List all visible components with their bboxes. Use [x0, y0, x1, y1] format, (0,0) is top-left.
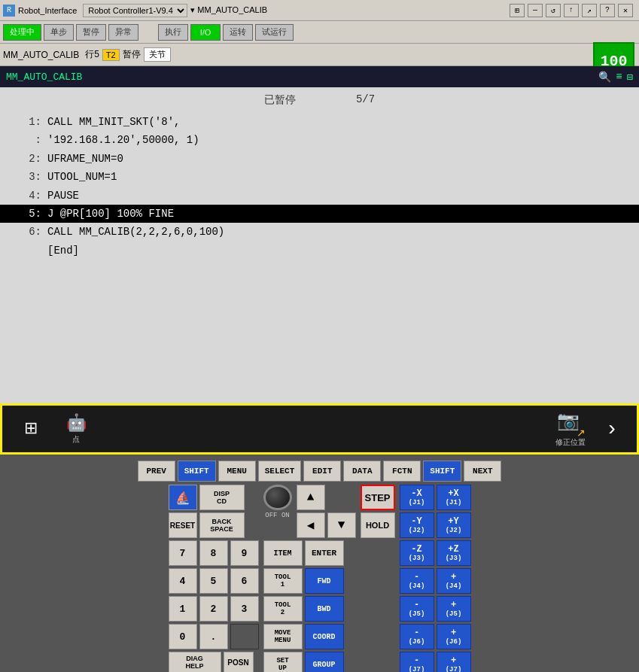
key-edit[interactable]: EDIT	[303, 461, 341, 482]
status-trial[interactable]: 试运行	[255, 24, 294, 41]
toolbar-grid-btn[interactable]: ⊞	[510, 4, 525, 17]
key-arrow-up[interactable]: ▲	[297, 485, 325, 510]
key-coord[interactable]: COORD	[305, 624, 344, 649]
status-execute[interactable]: 执行	[158, 24, 188, 41]
key-item[interactable]: ITEM	[263, 540, 303, 566]
key-diag-help[interactable]: DIAGHELP	[169, 652, 221, 672]
key-minus-j1[interactable]: -X (J1)	[400, 485, 434, 510]
controller-select[interactable]: Robot Controller1-V9.4	[83, 4, 187, 17]
toolbar-next-arrow[interactable]: ›	[593, 418, 631, 441]
key-select[interactable]: SELECT	[258, 461, 302, 482]
key-plus-j4[interactable]: + (J4)	[437, 568, 471, 594]
code-panel-icons: 🔍 ≡ ⊟	[598, 71, 633, 84]
key-arrow-down[interactable]: ▼	[327, 512, 356, 538]
code-line-4[interactable]: 4: PAUSE	[0, 187, 639, 205]
key-plus-j1[interactable]: +X (J1)	[437, 485, 471, 510]
kb-row-movemenu-coord: MOVEMENU COORD	[263, 624, 395, 649]
code-line-6[interactable]: 6: CALL MM_CALIB(2,2,2,6,0,100)	[0, 223, 639, 241]
statusbar2: MM_AUTO_CALIB 行5 T2 暂停 关节	[0, 44, 639, 66]
status-run[interactable]: 运转	[223, 24, 253, 41]
key-plus-j3[interactable]: +Z (J3)	[437, 540, 471, 566]
split-icon[interactable]: ⊟	[627, 71, 633, 84]
status-pause[interactable]: 暂停	[76, 24, 106, 41]
key-disp-cd[interactable]: DISPCD	[199, 485, 245, 510]
key-shift-left[interactable]: SHIFT	[178, 461, 216, 482]
code-panel-header: MM_AUTO_CALIB 🔍 ≡ ⊟	[0, 66, 639, 87]
status-badge: 暂停	[123, 48, 141, 61]
key-shift-right[interactable]: SHIFT	[423, 461, 461, 482]
key-step[interactable]: STEP	[361, 485, 395, 510]
key-fctn[interactable]: FCTN	[383, 461, 421, 482]
key-move-menu[interactable]: MOVEMENU	[263, 624, 303, 649]
key-plus-j6[interactable]: + (J6)	[437, 624, 471, 649]
code-line-2[interactable]: 2: UFRAME_NUM=0	[0, 150, 639, 168]
toolbar-close-btn[interactable]: ✕	[618, 4, 633, 17]
key-minus-j7[interactable]: - (J7)	[400, 652, 434, 672]
status-error[interactable]: 异常	[108, 24, 138, 41]
program-select[interactable]: ▾ MM_AUTO_CALIB	[190, 5, 267, 15]
toolbar-grid-button[interactable]: ⊞	[8, 407, 53, 451]
key-plus-j2[interactable]: +Y (J2)	[437, 512, 471, 538]
key-minus-j6[interactable]: - (J6)	[400, 624, 434, 649]
key-next[interactable]: NEXT	[464, 461, 501, 482]
key-prev[interactable]: PREV	[138, 461, 175, 482]
key-data[interactable]: DATA	[343, 461, 381, 482]
key-1[interactable]: 1	[169, 596, 197, 622]
key-off-on[interactable]	[263, 485, 292, 510]
key-bwd[interactable]: BWD	[305, 596, 344, 622]
kb-row-item-enter: ITEM ENTER	[263, 540, 395, 566]
app-icon: R	[3, 5, 15, 17]
toolbar-camera-button[interactable]: 📷 ↗ 修正位置	[548, 407, 593, 451]
toolbar-robot-button[interactable]: 🤖 点	[53, 407, 99, 451]
key-hold[interactable]: HOLD	[361, 512, 395, 538]
key-5[interactable]: 5	[199, 568, 228, 594]
keyboard-top-row: PREV SHIFT MENU SELECT EDIT DATA FCTN SH…	[0, 461, 639, 482]
status-singlestep[interactable]: 单步	[44, 24, 74, 41]
code-line-1c[interactable]: : '192.168.1.20',50000, 1)	[0, 131, 639, 149]
kb-row-j1: -X (J1) +X (J1)	[400, 485, 471, 510]
toolbar-rotate-btn[interactable]: ↺	[546, 4, 561, 17]
toolbar-dash-btn[interactable]: —	[528, 4, 543, 17]
key-7[interactable]: 7	[169, 540, 197, 566]
key-reset[interactable]: RESET	[169, 512, 197, 538]
key-fwd[interactable]: FWD	[305, 568, 344, 594]
key-posn-bottom[interactable]: POSN	[224, 652, 254, 672]
robot-label: 点	[72, 434, 80, 445]
menu-icon[interactable]: ≡	[616, 71, 622, 84]
key-3[interactable]: 3	[230, 596, 259, 622]
key-menu[interactable]: MENU	[218, 461, 256, 482]
key-minus-j2[interactable]: -Y (J2)	[400, 512, 434, 538]
code-status-line: 已暂停 5/7	[0, 93, 639, 107]
kb-row-diag: DIAGHELP POSN	[169, 652, 259, 672]
key-0[interactable]: 0	[169, 624, 197, 649]
status-io[interactable]: I/O	[190, 24, 221, 41]
key-setup[interactable]: SETUP	[263, 652, 303, 672]
key-9[interactable]: 9	[230, 540, 259, 566]
toolbar-help-btn[interactable]: ?	[600, 4, 615, 17]
key-plus-j7[interactable]: + (J7)	[437, 652, 471, 672]
key-tool2[interactable]: TOOL2	[263, 596, 303, 622]
key-backspace[interactable]: BACKSPACE	[199, 512, 245, 538]
key-minus-j3[interactable]: -Z (J3)	[400, 540, 434, 566]
toolbar-up-btn[interactable]: ↑	[564, 4, 579, 17]
zoom-icon[interactable]: 🔍	[598, 71, 611, 84]
kb-row-arrows: OFF ON ▲ ◀ ▼ STEP HOLD	[263, 485, 395, 538]
key-group[interactable]: GROUP	[305, 652, 344, 672]
status-processing[interactable]: 处理中	[3, 24, 41, 41]
key-arrow-left[interactable]: ◀	[297, 512, 325, 538]
key-dot[interactable]: .	[199, 624, 228, 649]
key-minus-j5[interactable]: - (J5)	[400, 596, 434, 622]
key-4[interactable]: 4	[169, 568, 197, 594]
key-6[interactable]: 6	[230, 568, 259, 594]
key-plus-j5[interactable]: + (J5)	[437, 596, 471, 622]
key-2[interactable]: 2	[199, 596, 228, 622]
key-tool1[interactable]: TOOL1	[263, 568, 303, 594]
key-8[interactable]: 8	[199, 540, 228, 566]
code-line-1[interactable]: 1: CALL MM_INIT_SKT('8',	[0, 113, 639, 131]
code-line-5[interactable]: 5: J @PR[100] 100% FINE	[0, 205, 639, 223]
key-minus-j4[interactable]: - (J4)	[400, 568, 434, 594]
toolbar-arrow-btn[interactable]: ↗	[582, 4, 597, 17]
key-enter[interactable]: ENTER	[305, 540, 344, 566]
code-line-3[interactable]: 3: UTOOL_NUM=1	[0, 168, 639, 186]
key-hyundai-logo[interactable]: ⛵	[169, 485, 197, 510]
